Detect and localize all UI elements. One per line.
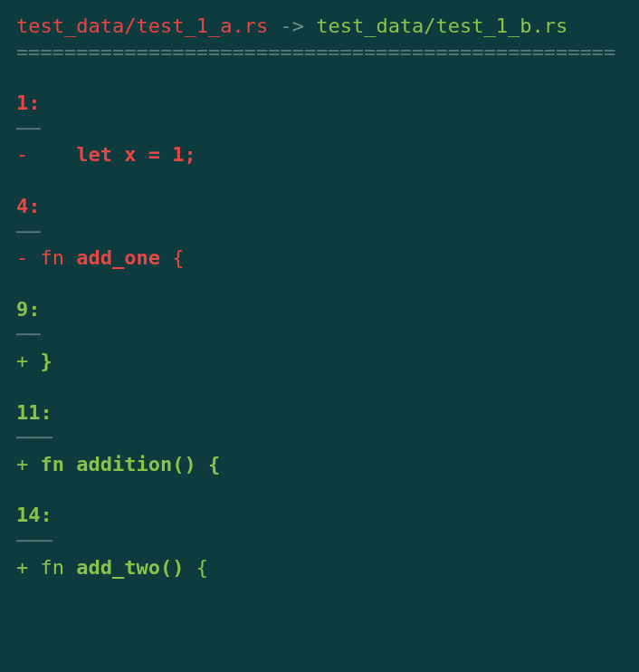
diff-keyword: fn <box>41 453 65 475</box>
file-from: test_data/test_1_a.rs <box>16 14 268 37</box>
hunk-lineno: 4: <box>16 194 623 220</box>
diff-hunk: 4: ── - fn add_one { <box>16 194 623 272</box>
header-divider: ========================================… <box>16 40 623 66</box>
diff-sign: + <box>16 350 28 372</box>
file-to: test_data/test_1_b.rs <box>316 14 567 37</box>
hunk-underline: ── <box>16 220 623 246</box>
diff-hunk: 9: ── + } <box>16 297 623 375</box>
arrow-icon: -> <box>280 14 304 37</box>
file-path-line: test_data/test_1_a.rs -> test_data/test_… <box>16 14 623 40</box>
diff-header: test_data/test_1_a.rs -> test_data/test_… <box>16 14 623 65</box>
diff-line-removed: - fn add_one { <box>16 245 623 272</box>
diff-sign: + <box>16 453 28 475</box>
diff-keyword: } <box>41 350 52 372</box>
diff-keyword: add_one <box>76 246 160 269</box>
diff-line-added: + fn addition() { <box>16 452 623 478</box>
diff-keyword: add_two() <box>76 556 184 579</box>
hunk-lineno: 11: <box>16 400 623 427</box>
hunk-lineno: 9: <box>16 297 623 323</box>
hunk-underline: ── <box>16 322 623 349</box>
diff-hunk: 11: ─── + fn addition() { <box>16 400 623 478</box>
hunk-underline: ─── <box>16 426 623 452</box>
diff-line-removed: - let x = 1; <box>16 142 623 168</box>
hunk-underline: ─── <box>16 529 623 555</box>
diff-hunk: 1: ── - let x = 1; <box>16 91 623 168</box>
hunk-underline: ── <box>16 117 623 143</box>
diff-line-added: + } <box>16 349 623 375</box>
diff-keyword: let <box>76 143 112 166</box>
diff-sign: - <box>16 143 28 166</box>
diff-line-added: + fn add_two() { <box>16 555 623 581</box>
hunk-lineno: 1: <box>16 91 623 117</box>
diff-sign: + <box>16 556 28 579</box>
hunk-lineno: 14: <box>16 503 623 529</box>
diff-sign: - <box>16 246 28 269</box>
diff-hunk: 14: ─── + fn add_two() { <box>16 503 623 581</box>
